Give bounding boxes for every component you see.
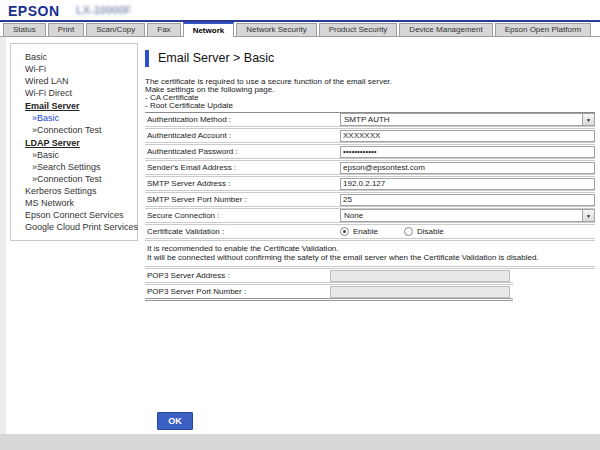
- certificate-validation-disable-radio[interactable]: Disable: [404, 227, 444, 236]
- form-row-senders-email: Sender's Email Address :: [145, 161, 595, 177]
- form-row-smtp-server-address: SMTP Server Address :: [145, 177, 595, 193]
- form-row-authenticated-account: Authenticated Account :: [145, 129, 595, 145]
- page-title-text: Email Server > Basic: [158, 51, 274, 65]
- authenticated-account-input[interactable]: [340, 130, 595, 142]
- page-title: Email Server > Basic: [145, 49, 595, 67]
- sidebar-item-wifi[interactable]: Wi-Fi: [11, 63, 137, 75]
- sidebar-item-ldap-search-settings[interactable]: »Search Settings: [11, 161, 137, 173]
- tab-network[interactable]: Network: [183, 22, 235, 37]
- pop3-server-address-input[interactable]: [330, 270, 510, 282]
- field-label: POP3 Server Port Number :: [145, 287, 330, 296]
- form-row-authentication-method: Authentication Method : SMTP AUTH ▼: [145, 113, 595, 129]
- tab-status[interactable]: Status: [3, 23, 46, 36]
- tab-fax[interactable]: Fax: [147, 23, 180, 36]
- note-line: It will be connected without confirming …: [147, 253, 595, 262]
- tab-scan-copy[interactable]: Scan/Copy: [86, 23, 145, 36]
- field-label: SMTP Server Port Number :: [145, 195, 340, 204]
- sidebar-item-ldap-basic[interactable]: »Basic: [11, 149, 137, 161]
- smtp-port-input[interactable]: [340, 194, 595, 206]
- sidebar-item-epson-connect-services[interactable]: Epson Connect Services: [11, 209, 137, 221]
- sidebar: Basic Wi-Fi Wired LAN Wi-Fi Direct Email…: [10, 43, 138, 241]
- field-label: POP3 Server Address :: [145, 271, 330, 280]
- sidebar-item-email-server-basic[interactable]: »Basic: [11, 112, 137, 124]
- email-server-form: Authentication Method : SMTP AUTH ▼ Auth…: [145, 112, 595, 301]
- secure-connection-select[interactable]: None ▼: [340, 209, 595, 222]
- radio-icon: [404, 227, 413, 236]
- tab-device-management[interactable]: Device Management: [399, 23, 492, 36]
- printer-model-name: LX-10000F: [76, 4, 131, 16]
- main-content: Email Server > Basic The certificate is …: [145, 43, 595, 301]
- ok-button[interactable]: OK: [157, 412, 193, 430]
- description-line: - Root Certificate Update: [145, 102, 595, 110]
- page-left-edge: [0, 37, 6, 434]
- field-label: Authenticated Password :: [145, 147, 340, 156]
- secure-connection-value: None: [344, 211, 363, 220]
- form-row-pop3-server-address: POP3 Server Address :: [145, 269, 513, 285]
- tab-epson-open-platform[interactable]: Epson Open Platform: [495, 23, 591, 36]
- chevron-down-icon[interactable]: ▼: [582, 114, 594, 125]
- page-bottom-edge: [0, 434, 600, 450]
- authentication-method-value: SMTP AUTH: [344, 115, 390, 124]
- field-label: Authentication Method :: [145, 115, 340, 124]
- form-row-smtp-port: SMTP Server Port Number :: [145, 193, 595, 209]
- certificate-validation-enable-radio[interactable]: Enable: [340, 227, 378, 236]
- field-label: Secure Connection :: [145, 211, 340, 220]
- form-row-certificate-validation: Certificate Validation : Enable Disable: [145, 225, 595, 241]
- authentication-method-select[interactable]: SMTP AUTH ▼: [340, 113, 595, 126]
- note-line: It is recommended to enable the Certific…: [147, 244, 595, 253]
- tab-product-security[interactable]: Product Security: [319, 23, 398, 36]
- sidebar-item-wired-lan[interactable]: Wired LAN: [11, 75, 137, 87]
- smtp-server-address-input[interactable]: [340, 178, 595, 190]
- sidebar-item-ldap-connection-test[interactable]: »Connection Test: [11, 173, 137, 185]
- senders-email-input[interactable]: [340, 162, 595, 174]
- field-label: SMTP Server Address :: [145, 179, 340, 188]
- tab-bar: Status Print Scan/Copy Fax Network Netwo…: [0, 22, 600, 37]
- form-row-pop3-port: POP3 Server Port Number :: [145, 285, 513, 301]
- field-label: Sender's Email Address :: [145, 163, 340, 172]
- authenticated-password-input[interactable]: [340, 146, 595, 158]
- form-row-secure-connection: Secure Connection : None ▼: [145, 209, 595, 225]
- tab-network-security[interactable]: Network Security: [236, 23, 316, 36]
- certificate-validation-note: It is recommended to enable the Certific…: [145, 241, 595, 269]
- pop3-port-input[interactable]: [330, 286, 510, 298]
- tab-print[interactable]: Print: [48, 23, 84, 36]
- title-accent-bar: [145, 50, 149, 67]
- description-line: Make settings on the following page.: [145, 86, 595, 94]
- epson-logo: EPSON: [8, 3, 60, 19]
- form-row-authenticated-password: Authenticated Password :: [145, 145, 595, 161]
- chevron-down-icon[interactable]: ▼: [582, 210, 594, 221]
- sidebar-item-ms-network[interactable]: MS Network: [11, 197, 137, 209]
- sidebar-item-email-server-connection-test[interactable]: »Connection Test: [11, 124, 137, 136]
- pop3-section: POP3 Server Address : POP3 Server Port N…: [145, 269, 513, 301]
- description: The certificate is required to use a sec…: [145, 78, 595, 110]
- sidebar-item-basic[interactable]: Basic: [11, 51, 137, 63]
- sidebar-item-ldap-server[interactable]: LDAP Server: [11, 137, 137, 149]
- sidebar-item-email-server[interactable]: Email Server: [11, 100, 137, 112]
- sidebar-item-wifi-direct[interactable]: Wi-Fi Direct: [11, 87, 137, 99]
- sidebar-item-google-cloud-print-services[interactable]: Google Cloud Print Services: [11, 221, 137, 233]
- app-header: EPSON LX-10000F: [0, 0, 600, 20]
- radio-label: Enable: [353, 227, 378, 236]
- radio-icon: [340, 227, 349, 236]
- sidebar-item-kerberos-settings[interactable]: Kerberos Settings: [11, 185, 137, 197]
- field-label: Certificate Validation :: [145, 227, 340, 236]
- field-label: Authenticated Account :: [145, 131, 340, 140]
- radio-label: Disable: [417, 227, 444, 236]
